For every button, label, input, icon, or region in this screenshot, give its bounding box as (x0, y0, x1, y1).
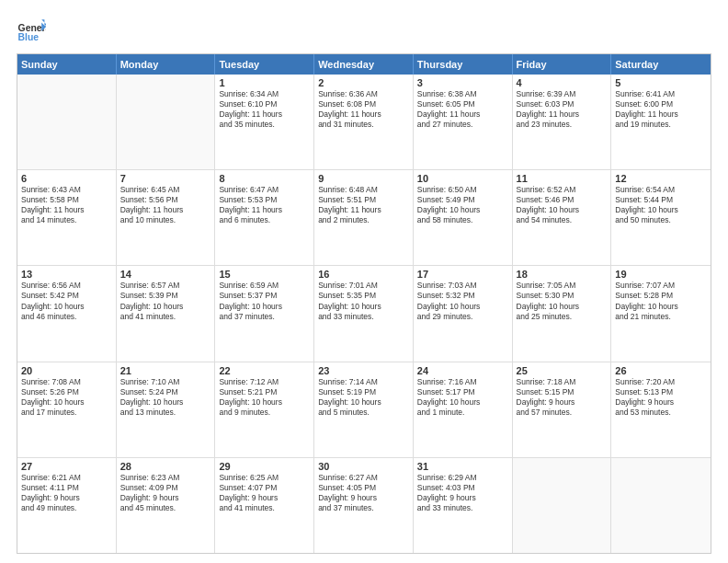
cell-line: and 10 minutes. (120, 215, 211, 225)
day-number: 9 (318, 173, 409, 184)
cell-line: Daylight: 9 hours (219, 493, 310, 503)
page-header: General Blue (17, 17, 711, 46)
cell-line: Daylight: 11 hours (615, 109, 707, 120)
logo: General Blue (17, 17, 46, 46)
day-number: 20 (21, 365, 112, 376)
cell-line: Sunset: 5:49 PM (417, 195, 508, 205)
day-cell-29: 29Sunrise: 6:25 AMSunset: 4:07 PMDayligh… (215, 458, 314, 553)
cell-line: and 45 minutes. (120, 503, 211, 513)
day-number: 4 (517, 77, 608, 88)
cell-line: Daylight: 10 hours (219, 302, 310, 312)
cell-line: and 23 minutes. (517, 120, 608, 130)
cell-line: Sunset: 4:05 PM (318, 483, 409, 493)
cell-line: and 35 minutes. (219, 120, 310, 130)
cell-line: Sunset: 4:11 PM (21, 483, 112, 493)
cell-line: Daylight: 9 hours (318, 493, 409, 503)
cell-line: Daylight: 9 hours (120, 493, 211, 503)
day-number: 1 (219, 77, 310, 88)
cell-line: Sunrise: 6:57 AM (120, 281, 211, 291)
day-cell-17: 17Sunrise: 7:03 AMSunset: 5:32 PMDayligh… (414, 266, 513, 361)
day-number: 11 (517, 173, 608, 184)
cell-line: Sunset: 5:24 PM (120, 387, 211, 397)
day-cell-30: 30Sunrise: 6:27 AMSunset: 4:05 PMDayligh… (314, 458, 414, 553)
cell-line: and 58 minutes. (417, 215, 508, 225)
cell-line: and 6 minutes. (219, 215, 310, 225)
day-cell-18: 18Sunrise: 7:05 AMSunset: 5:30 PMDayligh… (513, 266, 612, 361)
cell-line: Sunset: 6:05 PM (417, 99, 508, 109)
day-number: 14 (120, 269, 211, 280)
cell-line: Sunrise: 6:43 AM (21, 185, 112, 195)
cell-line: Daylight: 9 hours (417, 493, 508, 503)
cell-line: Sunset: 5:46 PM (517, 195, 608, 205)
cell-line: Daylight: 10 hours (120, 397, 211, 408)
cell-line: Sunset: 6:03 PM (517, 99, 608, 109)
cell-line: and 50 minutes. (615, 215, 707, 225)
empty-cell (117, 75, 216, 169)
cell-line: Daylight: 11 hours (517, 109, 608, 120)
day-number: 23 (318, 365, 409, 376)
cell-line: Daylight: 10 hours (615, 302, 707, 312)
day-cell-14: 14Sunrise: 6:57 AMSunset: 5:39 PMDayligh… (117, 266, 216, 361)
cell-line: Sunset: 5:35 PM (318, 291, 409, 301)
cell-line: Daylight: 10 hours (318, 302, 409, 312)
cell-line: Daylight: 11 hours (318, 205, 409, 215)
cell-line: Sunset: 6:08 PM (318, 99, 409, 109)
day-cell-16: 16Sunrise: 7:01 AMSunset: 5:35 PMDayligh… (314, 266, 414, 361)
day-cell-13: 13Sunrise: 6:56 AMSunset: 5:42 PMDayligh… (17, 266, 117, 361)
cell-line: Sunset: 5:39 PM (120, 291, 211, 301)
day-cell-25: 25Sunrise: 7:18 AMSunset: 5:15 PMDayligh… (513, 362, 612, 457)
weekday-header-saturday: Saturday (611, 54, 711, 75)
cell-line: Sunset: 5:32 PM (417, 291, 508, 301)
day-cell-11: 11Sunrise: 6:52 AMSunset: 5:46 PMDayligh… (513, 170, 612, 265)
cell-line: Sunrise: 6:34 AM (219, 89, 310, 99)
calendar-header: SundayMondayTuesdayWednesdayThursdayFrid… (17, 54, 711, 75)
cell-line: Daylight: 10 hours (219, 397, 310, 408)
cell-line: Daylight: 10 hours (517, 205, 608, 215)
cell-line: Sunrise: 6:56 AM (21, 281, 112, 291)
cell-line: and 46 minutes. (21, 312, 112, 322)
cell-line: and 37 minutes. (219, 312, 310, 322)
cell-line: Daylight: 10 hours (417, 302, 508, 312)
day-number: 26 (615, 365, 707, 376)
cell-line: Sunrise: 7:14 AM (318, 377, 409, 387)
cell-line: Sunset: 5:30 PM (517, 291, 608, 301)
day-cell-22: 22Sunrise: 7:12 AMSunset: 5:21 PMDayligh… (215, 362, 314, 457)
cell-line: Sunrise: 6:59 AM (219, 281, 310, 291)
cell-line: Daylight: 10 hours (318, 397, 409, 408)
cell-line: and 54 minutes. (517, 215, 608, 225)
day-cell-19: 19Sunrise: 7:07 AMSunset: 5:28 PMDayligh… (611, 266, 711, 361)
day-number: 27 (21, 461, 112, 472)
cell-line: Sunrise: 7:18 AM (517, 377, 608, 387)
cell-line: and 57 minutes. (517, 408, 608, 418)
weekday-header-tuesday: Tuesday (215, 54, 314, 75)
cell-line: Sunset: 5:42 PM (21, 291, 112, 301)
cell-line: and 17 minutes. (21, 408, 112, 418)
cell-line: and 29 minutes. (417, 312, 508, 322)
cell-line: Sunset: 5:21 PM (219, 387, 310, 397)
cell-line: Sunrise: 7:08 AM (21, 377, 112, 387)
day-cell-10: 10Sunrise: 6:50 AMSunset: 5:49 PMDayligh… (414, 170, 513, 265)
calendar-row-1: 6Sunrise: 6:43 AMSunset: 5:58 PMDaylight… (17, 170, 711, 266)
cell-line: Sunset: 5:44 PM (615, 195, 707, 205)
cell-line: Sunrise: 6:45 AM (120, 185, 211, 195)
day-number: 31 (417, 461, 508, 472)
cell-line: Sunrise: 7:10 AM (120, 377, 211, 387)
cell-line: Sunset: 5:51 PM (318, 195, 409, 205)
cell-line: Daylight: 10 hours (21, 302, 112, 312)
day-number: 7 (120, 173, 211, 184)
day-number: 3 (417, 77, 508, 88)
cell-line: and 33 minutes. (318, 312, 409, 322)
calendar-row-0: 1Sunrise: 6:34 AMSunset: 6:10 PMDaylight… (17, 75, 711, 170)
day-number: 16 (318, 269, 409, 280)
cell-line: Sunrise: 6:48 AM (318, 185, 409, 195)
cell-line: Daylight: 11 hours (417, 109, 508, 120)
empty-cell (611, 458, 711, 553)
empty-cell (17, 75, 117, 169)
cell-line: Daylight: 9 hours (615, 397, 707, 408)
cell-line: Sunset: 5:37 PM (219, 291, 310, 301)
day-number: 29 (219, 461, 310, 472)
cell-line: Sunrise: 6:25 AM (219, 473, 310, 483)
cell-line: and 27 minutes. (417, 120, 508, 130)
cell-line: Sunset: 5:28 PM (615, 291, 707, 301)
cell-line: Sunrise: 6:47 AM (219, 185, 310, 195)
